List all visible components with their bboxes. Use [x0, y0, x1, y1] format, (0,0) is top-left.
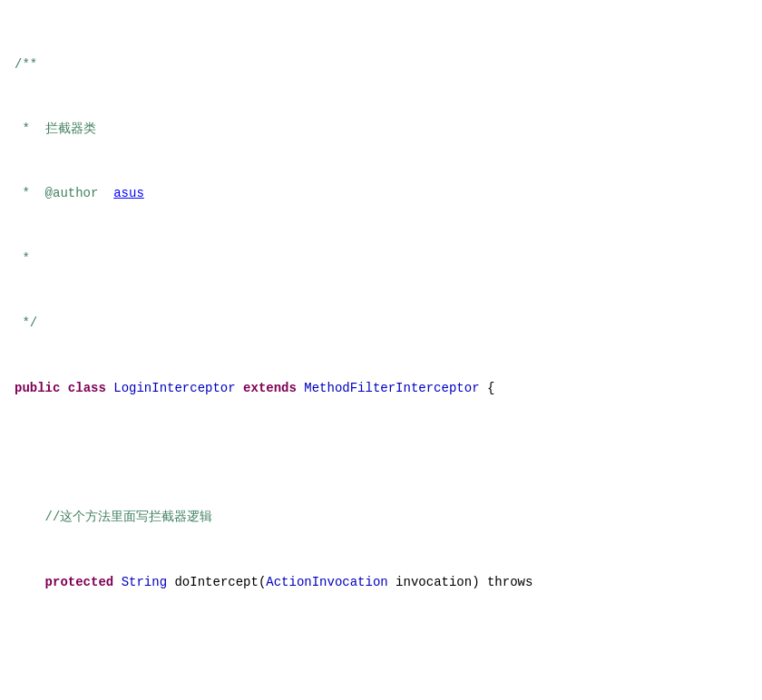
- code-line: [15, 637, 747, 658]
- code-line: *: [15, 248, 747, 270]
- code-line: * @author asus: [15, 183, 747, 205]
- code-line: [15, 442, 747, 464]
- code-line: * 拦截器类: [15, 119, 747, 141]
- code-panel-top: /** * 拦截器类 * @author asus * */ public cl…: [0, 0, 762, 700]
- code-line: protected String doIntercept(ActionInvoc…: [15, 572, 747, 594]
- code-line: */: [15, 313, 747, 335]
- code-line: public class LoginInterceptor extends Me…: [15, 378, 747, 400]
- code-line: //这个方法里面写拦截器逻辑: [15, 507, 747, 529]
- code-line: /**: [15, 54, 747, 76]
